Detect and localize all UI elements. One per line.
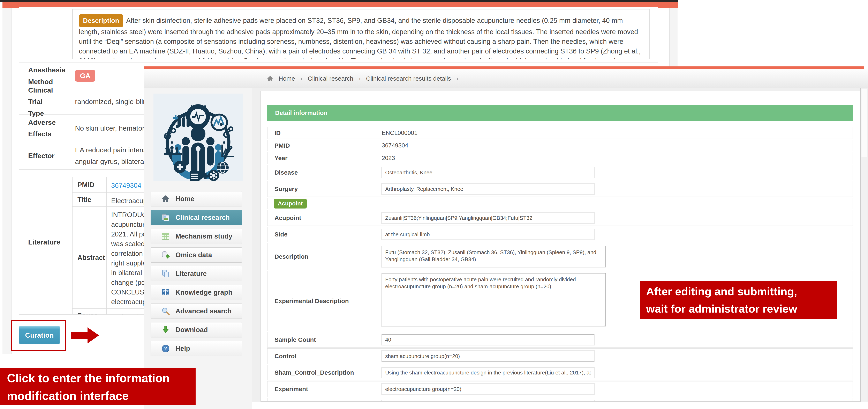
breadcrumb-separator: › [456, 75, 458, 82]
knowledge-graph-icon [161, 288, 170, 297]
detail-row-experiment: Experiment [267, 381, 853, 397]
detail-row-sample-count: Sample Count [267, 332, 853, 348]
detail-row-acupoint-section: Acupoint [267, 198, 853, 209]
field-label: PMID [268, 142, 382, 149]
field-label: Control [268, 353, 382, 360]
clinical-research-icon [161, 213, 170, 222]
experiment-input[interactable] [382, 384, 594, 395]
detail-row-side: Side [267, 227, 853, 242]
side-input[interactable] [382, 229, 594, 240]
disease-input[interactable] [382, 167, 594, 178]
sidebar-item-home[interactable]: Home [151, 191, 242, 206]
detail-row-control: Control [267, 348, 853, 364]
curation-button[interactable]: Curation [19, 326, 60, 344]
row-label: Literature [19, 170, 66, 314]
detail-row-acupoint: Acupoint [267, 210, 853, 226]
description-text: DescriptionAfter skin disinfection, ster… [79, 17, 641, 59]
surgery-input[interactable] [382, 184, 594, 194]
detail-row-partial [267, 398, 853, 402]
sidebar-item-advanced-search[interactable]: Advanced search [151, 303, 242, 319]
breadcrumb-item-clinical-research[interactable]: Clinical research [308, 75, 353, 82]
sidebar-item-omics-data[interactable]: Omics data [151, 247, 242, 263]
detail-row-year: Year 2023 [267, 152, 853, 164]
field-value: 36749304 [382, 142, 408, 149]
sidebar-item-literature[interactable]: Literature [151, 266, 242, 281]
field-value: 2023 [382, 155, 395, 162]
help-icon: ? [161, 344, 170, 353]
partial-row-input[interactable] [382, 400, 594, 402]
arrow-right-icon [71, 327, 99, 344]
sidebar-item-label: Download [176, 326, 208, 334]
description-box: DescriptionAfter skin disinfection, ster… [72, 9, 650, 59]
sidebar-item-mechanism-study[interactable]: Mechanism study [151, 229, 242, 244]
mechanism-study-icon [161, 232, 170, 241]
app-scrollbar-thumb[interactable] [861, 89, 867, 157]
description-paragraph: After skin disinfection, sterile adhesiv… [79, 17, 641, 59]
detail-row-surgery: Surgery [267, 181, 853, 197]
row-label: Adverse Effects [19, 115, 66, 142]
field-label: Acupoint [268, 214, 382, 222]
description-textarea[interactable]: Futu (Stomach 32, ST32), Zusanli (Stomac… [382, 246, 606, 267]
field-label: Side [268, 231, 382, 238]
annotation-review-note: After editing and submitting, wait for a… [640, 281, 837, 319]
row-label: Effector [19, 142, 66, 170]
background-scrollbar-left[interactable] [2, 8, 11, 354]
detail-row-description: Description Futu (Stomach 32, ST32), Zus… [267, 243, 853, 270]
detail-panel-header: Detail information [267, 105, 853, 121]
advanced-search-icon [161, 306, 170, 316]
detail-row-pmid: PMID 36749304 [267, 140, 853, 151]
sham-control-description-input[interactable] [382, 367, 594, 378]
sidebar-item-label: Literature [176, 270, 207, 277]
breadcrumb-separator: › [359, 75, 361, 82]
row-label-empty [19, 7, 66, 62]
app-window-accent-bar [144, 66, 864, 69]
field-value: ENCL000001 [382, 129, 417, 136]
detail-row-sham-control-description: Sham_Control_Description [267, 365, 853, 380]
breadcrumb-separator: › [300, 75, 302, 82]
sidebar-item-download[interactable]: Download [151, 322, 242, 338]
detail-panel: Detail information ID ENCL000001 PMID 36… [260, 91, 860, 402]
detail-row-disease: Disease [267, 165, 853, 180]
field-label: Description [268, 253, 382, 260]
field-label: ID [268, 129, 382, 137]
sidebar-item-label: Clinical research [176, 214, 230, 222]
description-badge: Description [79, 14, 123, 27]
field-label: Experiment [268, 385, 382, 392]
omics-data-icon [161, 251, 170, 260]
experimental-description-textarea[interactable]: Forty patients with postoperative acute … [382, 273, 606, 326]
acupoint-section-badge: Acupoint [274, 199, 307, 208]
divider [2, 8, 2, 354]
pmid-link[interactable]: 36749304 [111, 182, 141, 189]
sidebar-item-clinical-research[interactable]: Clinical research [151, 210, 242, 225]
background-scrollbar-right[interactable] [669, 8, 678, 66]
field-label: Year [268, 155, 382, 162]
svg-text:?: ? [164, 346, 167, 351]
breadcrumb-item-details[interactable]: Clinical research results details [366, 75, 451, 82]
home-icon [267, 76, 273, 82]
row-label: Title [72, 193, 106, 206]
sidebar-item-knowledge-graph[interactable]: Knowledge graph [151, 285, 242, 300]
literature-icon [161, 269, 170, 278]
app-window: Home › Clinical research › Clinical rese… [144, 66, 868, 409]
sidebar-item-label: Advanced search [176, 307, 231, 315]
field-label: Sample Count [268, 336, 382, 343]
sample-count-input[interactable] [382, 334, 594, 345]
background-window-top-edge [0, 0, 678, 2]
row-label: Abstract [72, 207, 106, 309]
download-icon [161, 325, 170, 334]
control-input[interactable] [382, 351, 594, 361]
field-label: Sham_Control_Description [268, 369, 382, 376]
breadcrumb-item-home[interactable]: Home [279, 75, 295, 82]
sidebar-item-label: Knowledge graph [176, 289, 232, 296]
row-label: PMID [72, 177, 106, 193]
row-label: Clinical Trial Type [19, 89, 66, 114]
acupoint-input[interactable] [382, 213, 594, 223]
home-icon [161, 194, 170, 203]
sidebar-item-help[interactable]: ? Help [151, 341, 242, 356]
sidebar-item-label: Home [176, 195, 194, 203]
field-label: Experimental Description [268, 297, 382, 304]
field-label: Surgery [268, 185, 382, 193]
sidebar-item-label: Help [176, 345, 190, 352]
ga-badge: GA [75, 70, 95, 82]
field-label: Disease [268, 169, 382, 176]
